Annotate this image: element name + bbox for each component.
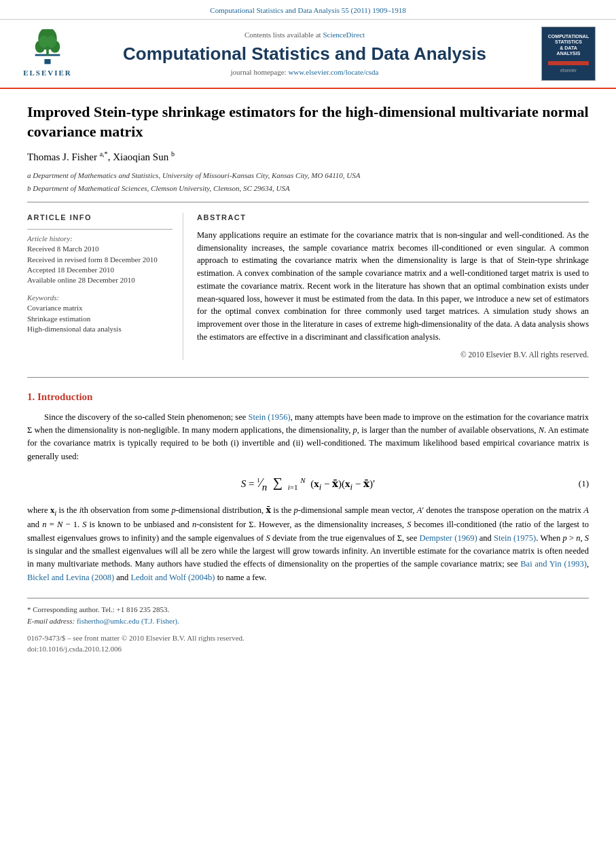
available-date: Available online 28 December 2010: [27, 275, 173, 285]
sciencedirect-link[interactable]: ScienceDirect: [323, 31, 365, 39]
stein1975-link[interactable]: Stein (1975): [494, 533, 536, 543]
affiliation-a: a Department of Mathematics and Statisti…: [27, 170, 589, 181]
keyword-1: Covariance matrix: [27, 303, 173, 313]
abstract-copyright: © 2010 Elsevier B.V. All rights reserved…: [197, 349, 589, 360]
elsevier-tree-icon: [27, 29, 68, 67]
section-divider: [27, 377, 589, 378]
footnote-section: * Corresponding author. Tel.: +1 816 235…: [27, 598, 589, 654]
journal-homepage-link[interactable]: www.elsevier.com/locate/csda: [288, 68, 378, 76]
author-email-link[interactable]: fishertho@umkc.edu (T.J. Fisher).: [77, 617, 179, 625]
article-info-header: ARTICLE INFO: [27, 213, 173, 223]
article-title: Improved Stein-type shrinkage estimators…: [27, 103, 589, 141]
received-revised-date: Received in revised form 8 December 2010: [27, 255, 173, 265]
received-date: Received 8 March 2010: [27, 244, 173, 254]
bickel2008-link[interactable]: Bickel and Levina (2008): [27, 573, 114, 582]
abstract-header: ABSTRACT: [197, 213, 589, 223]
abstract-text: Many applications require an estimate fo…: [197, 229, 589, 344]
section1-body: Since the discovery of the so-called Ste…: [27, 411, 589, 464]
accepted-date: Accepted 18 December 2010: [27, 265, 173, 275]
email-label: E-mail address: fishertho@umkc.edu (T.J.…: [27, 617, 179, 625]
section1-para1: Since the discovery of the so-called Ste…: [27, 411, 589, 464]
ledoit2004b-link[interactable]: Ledoit and Wolf (2004b): [130, 573, 215, 582]
elsevier-logo-area: ELSEVIER: [20, 29, 75, 78]
journal-title: Computational Statistics and Data Analys…: [75, 43, 535, 65]
authors: Thomas J. Fisher a,*, Xiaoqian Sun b: [27, 149, 589, 164]
issn-section: 0167-9473/$ – see front matter © 2010 El…: [27, 633, 589, 654]
dempster1969-link[interactable]: Dempster (1969): [419, 533, 477, 543]
article-history-block: Article history: Received 8 March 2010 R…: [27, 229, 173, 286]
keywords-label: Keywords:: [27, 293, 173, 303]
journal-reference: Computational Statistics and Data Analys…: [210, 6, 405, 14]
article-info-col: ARTICLE INFO Article history: Received 8…: [27, 213, 183, 359]
keywords-section: Keywords: Covariance matrix Shrinkage es…: [27, 293, 173, 335]
journal-homepage: journal homepage: www.elsevier.com/locat…: [75, 67, 535, 77]
when-keyword: when: [35, 425, 53, 435]
footnote-corresponding: * Corresponding author. Tel.: +1 816 235…: [27, 604, 589, 626]
journal-logo-right: COMPUTATIONAL STATISTICS & DATA ANALYSIS…: [535, 26, 596, 81]
affiliations: a Department of Mathematics and Statisti…: [27, 170, 589, 194]
journal-header: ELSEVIER Contents lists available at Sci…: [0, 20, 616, 89]
two-col-section: ARTICLE INFO Article history: Received 8…: [27, 202, 589, 370]
keyword-3: High-dimensional data analysis: [27, 324, 173, 334]
sciencedirect-line: Contents lists available at ScienceDirec…: [75, 30, 535, 40]
doi-text: doi:10.1016/j.csda.2010.12.006: [27, 644, 589, 654]
history-label: Article history:: [27, 234, 173, 244]
formula-1-block: S = 1⁄n ∑ i=1 N (xi − x̄)(xi − x̄)′ (1): [27, 473, 589, 495]
section1-body2: where xi is the ith observation from som…: [27, 504, 589, 585]
journal-reference-bar: Computational Statistics and Data Analys…: [0, 0, 616, 20]
keyword-2: Shrinkage estimation: [27, 314, 173, 324]
journal-center: Contents lists available at ScienceDirec…: [75, 30, 535, 77]
formula-1-content: S = 1⁄n ∑ i=1 N (xi − x̄)(xi − x̄)′: [241, 473, 375, 495]
issn-text: 0167-9473/$ – see front matter © 2010 El…: [27, 633, 589, 643]
section1-para2: where xi is the ith observation from som…: [27, 504, 589, 585]
section1-title: 1. Introduction: [27, 390, 589, 404]
affiliation-b: b Department of Mathematical Sciences, C…: [27, 183, 589, 194]
baiyin1993-link[interactable]: Bai and Yin (1993): [520, 559, 587, 569]
stein1956-link[interactable]: Stein (1956): [248, 412, 290, 422]
svg-rect-0: [44, 59, 50, 64]
elsevier-wordmark: ELSEVIER: [23, 68, 72, 78]
journal-logo-box: COMPUTATIONAL STATISTICS & DATA ANALYSIS…: [541, 26, 596, 81]
formula-1-number: (1): [579, 478, 589, 490]
logo-box-title: COMPUTATIONAL STATISTICS & DATA ANALYSIS: [548, 34, 589, 57]
svg-point-7: [46, 35, 56, 48]
article-title-section: Improved Stein-type shrinkage estimators…: [27, 89, 589, 202]
content-area: Improved Stein-type shrinkage estimators…: [0, 89, 616, 654]
abstract-col: ABSTRACT Many applications require an es…: [197, 213, 589, 359]
